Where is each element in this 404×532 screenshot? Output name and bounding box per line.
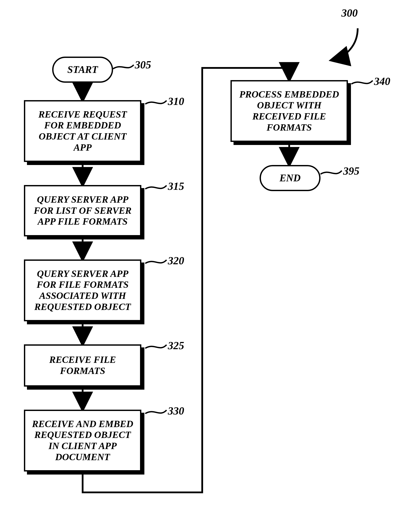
end-text: END (279, 172, 301, 184)
end-terminator: END (260, 165, 321, 191)
step-340: PROCESS EMBEDDED OBJECT WITH RECEIVED FI… (230, 80, 348, 142)
step-340-label: 340 (374, 75, 390, 88)
step-320: QUERY SERVER APP FOR FILE FORMATS ASSOCI… (24, 260, 141, 321)
step-330: RECEIVE AND EMBED REQUESTED OBJECT IN CL… (24, 410, 141, 472)
step-315-label: 315 (168, 180, 184, 192)
step-325-label: 325 (168, 339, 184, 352)
start-terminator: START (52, 57, 113, 83)
step-325-text: RECEIVE FILE FORMATS (30, 354, 136, 376)
step-320-text: QUERY SERVER APP FOR FILE FORMATS ASSOCI… (30, 268, 136, 312)
step-330-text: RECEIVE AND EMBED REQUESTED OBJECT IN CL… (30, 419, 136, 463)
diagram-ref-label: 300 (341, 6, 358, 19)
step-320-label: 320 (168, 254, 184, 267)
step-310-text: RECEIVE REQUEST FOR EMBEDDED OBJECT AT C… (30, 109, 136, 153)
step-315: QUERY SERVER APP FOR LIST OF SERVER APP … (24, 185, 141, 236)
step-310-label: 310 (168, 95, 184, 108)
step-325: RECEIVE FILE FORMATS (24, 344, 141, 387)
start-text: START (67, 64, 98, 76)
step-315-text: QUERY SERVER APP FOR LIST OF SERVER APP … (30, 194, 136, 227)
end-label: 395 (343, 165, 360, 177)
step-340-text: PROCESS EMBEDDED OBJECT WITH RECEIVED FI… (236, 89, 342, 133)
step-310: RECEIVE REQUEST FOR EMBEDDED OBJECT AT C… (24, 100, 141, 162)
step-330-label: 330 (168, 404, 184, 417)
start-label: 305 (135, 58, 151, 71)
